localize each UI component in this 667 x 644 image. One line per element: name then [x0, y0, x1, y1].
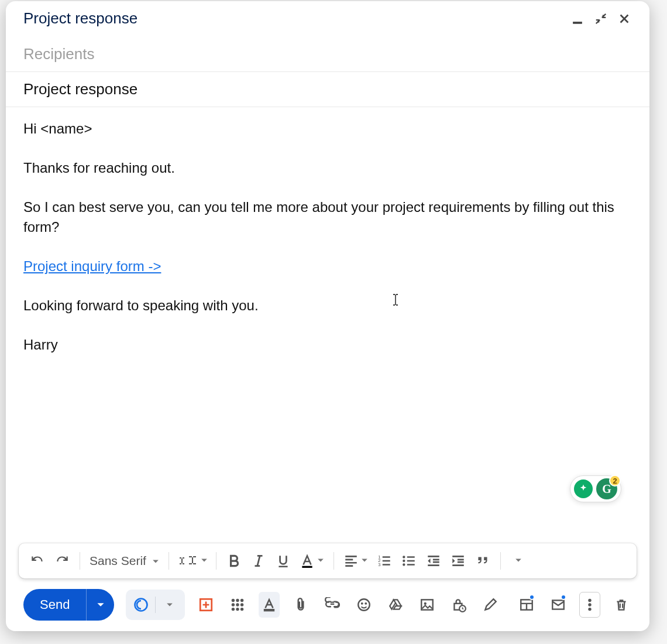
redo-icon	[54, 553, 70, 568]
paperclip-icon	[293, 597, 308, 612]
indent-more-button[interactable]	[446, 549, 470, 573]
confidential-mode-button[interactable]	[448, 592, 469, 618]
layout-button[interactable]	[516, 592, 537, 618]
svg-point-21	[361, 602, 363, 604]
chevron-down-icon	[515, 556, 522, 566]
svg-point-6	[403, 560, 405, 562]
insert-signature-button[interactable]	[480, 592, 501, 618]
insert-photo-button[interactable]	[417, 592, 438, 618]
bold-button[interactable]	[222, 549, 246, 573]
send-options-button[interactable]	[86, 589, 114, 621]
svg-text:3: 3	[378, 562, 380, 567]
chevron-down-icon	[97, 601, 105, 609]
underline-button[interactable]	[271, 549, 295, 573]
plus-box-icon	[198, 597, 214, 612]
indent-less-button[interactable]	[422, 549, 445, 573]
formatting-options-button[interactable]	[259, 592, 280, 618]
compose-action-bar: Send	[6, 578, 649, 631]
grid-icon	[230, 597, 245, 612]
font-size-button[interactable]	[175, 549, 210, 573]
close-button[interactable]	[616, 10, 633, 28]
insert-drive-button[interactable]	[385, 592, 406, 618]
notification-dot	[529, 594, 535, 600]
separator	[169, 552, 169, 570]
link-icon	[325, 597, 340, 612]
quote-button[interactable]	[471, 549, 494, 573]
grammarly-badge: 2	[609, 475, 621, 487]
exit-fullscreen-button[interactable]	[592, 10, 610, 28]
svg-rect-0	[573, 22, 582, 23]
insert-emoji-button[interactable]	[353, 592, 374, 618]
align-left-icon	[343, 553, 359, 568]
extension-dropdown-button[interactable]	[157, 592, 183, 618]
chevron-down-icon	[361, 556, 368, 566]
svg-point-7	[403, 563, 405, 566]
project-inquiry-link[interactable]: Project inquiry form ->	[23, 258, 161, 274]
body-link: Project inquiry form ->	[23, 256, 632, 277]
undo-icon	[30, 553, 45, 568]
text-color-icon	[300, 553, 315, 568]
drive-icon	[388, 597, 403, 612]
numbered-list-button[interactable]: 123	[373, 549, 396, 573]
bold-icon	[226, 553, 242, 568]
italic-icon	[251, 553, 266, 568]
svg-rect-19	[264, 609, 274, 611]
body-line: Thanks for reaching out.	[23, 158, 632, 179]
message-body[interactable]: Hi <name> Thanks for reaching out. So I …	[6, 107, 649, 543]
svg-point-18	[241, 608, 243, 610]
body-signature: Harry	[23, 335, 632, 355]
align-button[interactable]	[340, 549, 372, 573]
recipients-field[interactable]: Recipients	[6, 33, 649, 72]
compose-window: Project response Recipients Project resp…	[6, 1, 649, 631]
attach-file-button[interactable]	[290, 592, 311, 618]
body-greeting: Hi <name>	[23, 119, 632, 139]
text-color-button[interactable]	[296, 549, 328, 573]
font-family-select[interactable]: Sans Serif	[86, 549, 163, 573]
discard-draft-button[interactable]	[611, 592, 632, 618]
underline-icon	[276, 553, 291, 568]
separator	[334, 552, 334, 570]
add-template-button[interactable]	[195, 592, 216, 618]
minimize-icon	[571, 12, 584, 25]
bulleted-list-button[interactable]	[397, 549, 421, 573]
body-line: So I can best serve you, can you tell me…	[23, 197, 632, 238]
calendly-extension-button[interactable]	[128, 592, 154, 618]
redo-button[interactable]	[50, 549, 74, 573]
apps-grid-button[interactable]	[227, 592, 248, 618]
send-button-group: Send	[23, 589, 114, 621]
grammarly-widget[interactable]: G 2	[570, 475, 621, 502]
minimize-button[interactable]	[569, 10, 586, 28]
font-name-label: Sans Serif	[90, 554, 146, 568]
svg-point-11	[236, 599, 239, 601]
compose-title: Project response	[23, 9, 563, 28]
svg-point-12	[241, 599, 243, 601]
svg-rect-1	[302, 566, 312, 568]
insert-link-button[interactable]	[322, 592, 343, 618]
italic-button[interactable]	[247, 549, 270, 573]
svg-point-15	[241, 604, 243, 606]
separator	[155, 597, 156, 613]
more-vertical-icon	[582, 597, 597, 612]
trash-icon	[614, 597, 629, 612]
image-icon	[420, 597, 435, 612]
separator	[80, 552, 80, 570]
subject-field[interactable]: Project response	[6, 72, 649, 107]
mail-settings-button[interactable]	[548, 592, 569, 618]
svg-point-13	[232, 604, 235, 606]
send-button[interactable]: Send	[23, 589, 86, 621]
extension-group	[126, 590, 185, 620]
undo-button[interactable]	[26, 549, 49, 573]
indent-less-icon	[426, 553, 441, 568]
formatting-toolbar: Sans Serif 123	[19, 543, 637, 578]
close-icon	[618, 12, 631, 25]
more-options-button[interactable]	[579, 592, 600, 618]
compose-header: Project response	[6, 1, 649, 33]
indent-more-icon	[451, 553, 466, 568]
svg-point-20	[358, 599, 370, 611]
lock-clock-icon	[451, 597, 466, 612]
svg-point-31	[589, 608, 591, 610]
svg-point-16	[232, 608, 235, 610]
collapse-icon	[594, 12, 607, 25]
separator	[216, 552, 216, 570]
more-formatting-button[interactable]	[507, 549, 530, 573]
